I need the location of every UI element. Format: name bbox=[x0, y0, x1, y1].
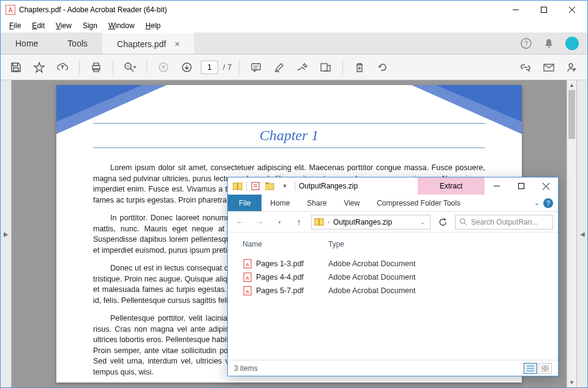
decorative-triangle-top-right bbox=[412, 85, 522, 134]
svg-text:A: A bbox=[246, 289, 249, 294]
page-up-icon[interactable] bbox=[154, 58, 173, 76]
decorative-triangle-top-left bbox=[56, 85, 167, 134]
zip-folder-icon bbox=[232, 180, 244, 192]
nav-up-icon[interactable]: ↑ bbox=[292, 215, 306, 229]
vertical-scrollbar[interactable]: ▲ ▼ bbox=[567, 80, 576, 387]
tab-tools[interactable]: Tools bbox=[53, 32, 102, 54]
scroll-up-icon[interactable]: ▲ bbox=[567, 80, 576, 90]
explorer-maximize-button[interactable] bbox=[509, 177, 533, 195]
scroll-down-icon[interactable]: ▼ bbox=[567, 378, 576, 387]
close-button[interactable] bbox=[558, 1, 586, 19]
menu-help[interactable]: Help bbox=[141, 20, 166, 31]
column-name[interactable]: Name bbox=[243, 240, 328, 248]
svg-rect-9 bbox=[94, 63, 99, 65]
address-bar[interactable]: › OutputRanges.zip ⌄ bbox=[311, 215, 431, 229]
pdf-file-icon: A bbox=[243, 286, 252, 296]
file-row[interactable]: APages 4-4.pdfAdobe Acrobat Document bbox=[243, 270, 543, 284]
file-row[interactable]: APages 1-3.pdfAdobe Acrobat Document bbox=[243, 257, 543, 270]
contextual-tab-extract[interactable]: Extract bbox=[418, 177, 484, 195]
svg-point-22 bbox=[569, 64, 573, 67]
help-icon[interactable]: ? bbox=[520, 37, 532, 50]
page-number-input[interactable] bbox=[201, 61, 218, 74]
ribbon-tab-compressed-tools[interactable]: Compressed Folder Tools bbox=[368, 195, 469, 211]
svg-rect-28 bbox=[237, 183, 238, 190]
user-avatar[interactable] bbox=[565, 37, 579, 50]
tab-home[interactable]: Home bbox=[1, 32, 53, 54]
star-icon[interactable] bbox=[30, 58, 48, 76]
svg-rect-3 bbox=[541, 7, 547, 13]
save-icon[interactable] bbox=[7, 58, 25, 76]
svg-rect-51 bbox=[546, 365, 549, 368]
menu-view[interactable]: View bbox=[51, 20, 77, 31]
cloud-upload-icon[interactable] bbox=[53, 58, 72, 76]
explorer-minimize-button[interactable] bbox=[484, 177, 509, 195]
nav-forward-icon[interactable]: → bbox=[252, 215, 267, 229]
highlight-icon[interactable] bbox=[270, 58, 288, 76]
menu-edit[interactable]: Edit bbox=[27, 20, 50, 31]
search-placeholder: Search OutputRan... bbox=[471, 218, 538, 226]
ribbon-tab-home[interactable]: Home bbox=[262, 195, 298, 211]
nav-recent-dropdown-icon[interactable]: ▾ bbox=[272, 215, 287, 229]
email-icon[interactable] bbox=[540, 58, 558, 76]
qat-dropdown-icon[interactable]: ▼ bbox=[279, 180, 291, 192]
tab-document[interactable]: Chapters.pdf × bbox=[102, 32, 194, 54]
zoom-icon[interactable]: ▾ bbox=[121, 58, 139, 76]
file-name: Pages 5-7.pdf bbox=[256, 286, 328, 295]
maximize-button[interactable] bbox=[530, 1, 558, 19]
zip-folder-icon bbox=[314, 217, 324, 227]
file-name: Pages 4-4.pdf bbox=[256, 273, 328, 282]
menubar: File Edit View Sign Window Help bbox=[1, 19, 587, 32]
address-dropdown-icon[interactable]: ⌄ bbox=[418, 219, 428, 225]
svg-line-40 bbox=[464, 223, 467, 225]
new-folder-icon[interactable] bbox=[264, 180, 276, 192]
ribbon-expand-icon[interactable]: ⌄ bbox=[534, 199, 540, 207]
column-headers[interactable]: Name Type bbox=[243, 237, 543, 251]
search-box[interactable]: Search OutputRan... bbox=[455, 215, 553, 229]
window-title: Chapters.pdf - Adobe Acrobat Reader (64-… bbox=[19, 6, 502, 14]
stamp-icon[interactable] bbox=[317, 58, 335, 76]
share-people-icon[interactable] bbox=[563, 58, 581, 76]
refresh-icon[interactable] bbox=[435, 215, 450, 229]
rotate-icon[interactable] bbox=[374, 58, 392, 76]
large-icons-view-button[interactable] bbox=[538, 363, 552, 374]
properties-icon[interactable] bbox=[249, 180, 262, 192]
comment-icon[interactable] bbox=[247, 58, 265, 76]
delete-icon[interactable] bbox=[350, 58, 369, 76]
menu-file[interactable]: File bbox=[4, 20, 26, 31]
explorer-close-button[interactable] bbox=[533, 177, 558, 195]
ribbon-help-icon[interactable]: ? bbox=[543, 198, 553, 208]
ribbon-tab-file[interactable]: File bbox=[228, 195, 262, 211]
ribbon-tab-view[interactable]: View bbox=[335, 195, 368, 211]
breadcrumb-chevron-icon[interactable]: › bbox=[328, 219, 330, 225]
minimize-button[interactable] bbox=[502, 1, 530, 19]
svg-rect-32 bbox=[265, 184, 274, 190]
column-type[interactable]: Type bbox=[328, 240, 543, 248]
tab-close-icon[interactable]: × bbox=[175, 39, 179, 49]
file-row[interactable]: APages 5-7.pdfAdobe Acrobat Document bbox=[243, 284, 543, 297]
titlebar: A Chapters.pdf - Adobe Acrobat Reader (6… bbox=[1, 1, 587, 19]
svg-rect-34 bbox=[519, 184, 524, 189]
file-type: Adobe Acrobat Document bbox=[328, 259, 415, 268]
link-icon[interactable] bbox=[516, 58, 535, 76]
explorer-nav-row: ← → ▾ ↑ › OutputRanges.zip ⌄ Search Outp… bbox=[228, 212, 558, 233]
page-total-label: / 7 bbox=[223, 62, 232, 72]
details-view-button[interactable] bbox=[524, 363, 537, 374]
left-panel-handle[interactable]: ▶ bbox=[1, 80, 12, 387]
menu-window[interactable]: Window bbox=[104, 20, 140, 31]
page-down-icon[interactable] bbox=[178, 58, 196, 76]
ribbon-tab-share[interactable]: Share bbox=[298, 195, 335, 211]
nav-back-icon[interactable]: ← bbox=[233, 215, 247, 229]
sign-icon[interactable] bbox=[293, 58, 312, 76]
bell-icon[interactable] bbox=[543, 38, 554, 49]
acrobat-app-icon: A bbox=[6, 5, 15, 15]
svg-text:A: A bbox=[246, 262, 249, 267]
print-icon[interactable] bbox=[87, 58, 105, 76]
menu-sign[interactable]: Sign bbox=[78, 20, 102, 31]
svg-rect-29 bbox=[252, 182, 259, 190]
tab-document-label: Chapters.pdf bbox=[117, 39, 166, 49]
toolbar: ▾ / 7 bbox=[1, 54, 587, 80]
svg-rect-38 bbox=[318, 218, 320, 225]
svg-rect-20 bbox=[321, 64, 327, 71]
right-panel-handle[interactable]: ◀ bbox=[576, 80, 587, 387]
scroll-thumb[interactable] bbox=[568, 90, 575, 139]
